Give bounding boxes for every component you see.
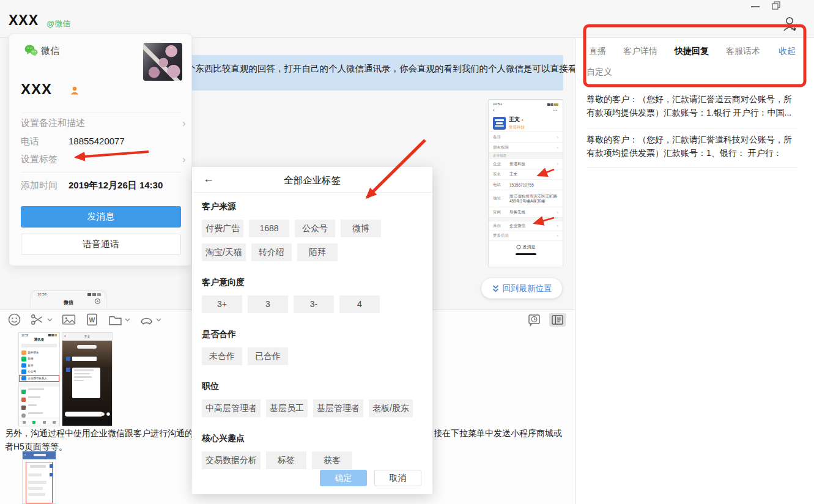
contact-profile-card: 微信 XXX 设置备注和描述 › 电话 18855420077 设置标签 › 添… [9, 34, 192, 266]
avatar[interactable] [143, 43, 182, 81]
chevron-right-icon: › [557, 135, 558, 140]
input-toolbar: W [7, 313, 161, 327]
add-icon: + [95, 298, 100, 304]
svg-text:W: W [89, 317, 95, 324]
group-chat-icon [21, 357, 26, 361]
tag-chip[interactable]: 微博 [341, 220, 381, 237]
row-label: 电话 [493, 182, 509, 188]
set-tag-row[interactable]: 设置标签 [21, 154, 57, 165]
quick-reply-item[interactable]: 尊敬的客户：（您好，汇款请汇誉道云商对公账号，所有款项均提供发票）汇款账号：1.… [586, 92, 798, 119]
side-panel-toggle-icon[interactable] [549, 313, 566, 327]
phone-tab-bar [19, 418, 59, 426]
right-side-panel: 直播 客户详情 快捷回复 客服话术 收起 自定义 尊敬的客户：（您好，汇款请汇誉… [575, 38, 814, 504]
tag-chip[interactable]: 4 [339, 295, 380, 313]
pasted-contacts-screenshot[interactable]: 10:58 通讯录 新的朋友 群聊 标签 公众号 企业微信联系人 [18, 332, 60, 426]
new-friends-icon [21, 350, 26, 355]
preview-title: 王文 [62, 333, 112, 338]
tag-chip[interactable]: 老板/股东 [369, 399, 413, 417]
tag-chip[interactable]: 获客 [312, 451, 352, 469]
divider [586, 128, 798, 128]
tag-chip[interactable]: 已合作 [248, 347, 288, 365]
tag-chip[interactable]: 3 [248, 295, 288, 313]
pasted-chat-screenshot[interactable]: ‹王文 [62, 332, 113, 426]
add-person-icon[interactable] [782, 15, 799, 35]
send-message-button[interactable]: 发消息 [21, 206, 181, 228]
input-bar [65, 412, 103, 417]
confirm-button[interactable]: 确定 [320, 470, 367, 486]
tag-chip[interactable]: 转介绍 [251, 243, 292, 261]
chats-tab-icon [23, 421, 26, 424]
phone-label: 电话 [21, 136, 39, 147]
send-message-label: 发消息 [523, 244, 536, 250]
tag-chip[interactable]: 1688 [249, 220, 289, 237]
tab-quick-reply[interactable]: 快捷回复 [675, 46, 709, 57]
discover-tab-icon [43, 421, 46, 424]
company-logo [493, 117, 506, 130]
screenshot-icon[interactable] [30, 313, 53, 327]
section-label: 是否合作 [202, 329, 423, 340]
back-icon: ‹ [24, 453, 26, 457]
preview-title: 通讯录 [19, 338, 59, 342]
tag-chip[interactable]: 标签 [266, 451, 306, 469]
tag-chip[interactable]: 交易数据分析 [202, 451, 261, 469]
folder-icon[interactable] [108, 313, 130, 327]
phone-screenshot-contact-detail[interactable]: 10:51 ‹⋯ 王文 ● 誉道科技 备注› 朋友权限› 企业信息 企业誉道科技… [488, 99, 563, 267]
emoji-icon[interactable] [7, 313, 21, 327]
added-time-value: 2019年12月26日 14:30 [68, 180, 163, 191]
quick-reply-item[interactable]: 尊敬的客户：（您好，汇款请汇誉道科技对公账号，所有款项均提供发票）汇款账号：1、… [586, 133, 798, 160]
tab-service-script[interactable]: 客服话术 [726, 46, 760, 57]
tag-chip[interactable]: 3- [294, 295, 334, 313]
divider [21, 172, 181, 172]
chevron-right-icon: › [557, 223, 558, 229]
tag-chip[interactable]: 付费广告 [202, 220, 243, 237]
message-text: 个东西比较直观的回答，打开自己的个人微信通讯录，你会直观的看到我们的个人微信是可… [187, 63, 577, 75]
tab-live[interactable]: 直播 [589, 46, 606, 57]
contacts-tab-icon [32, 421, 35, 424]
tag-chip[interactable]: 淘宝/天猫 [202, 243, 246, 261]
chevron-down-icon [156, 318, 161, 322]
voice-call-button[interactable]: 语音通话 [21, 234, 181, 255]
me-tab-icon [53, 421, 56, 424]
tab-custom[interactable]: 自定义 [586, 67, 612, 78]
tag-chip[interactable]: 公众号 [295, 220, 335, 237]
wecom-contacts-item-highlighted: 企业微信联系人 [19, 375, 59, 382]
preview-time: 10:58 [21, 334, 28, 337]
input-text-line1: 另外，沟通过程中使用企业微信跟客户进行沟通的 [5, 428, 193, 439]
chevron-right-icon: › [557, 161, 558, 167]
tag-chip[interactable]: 陌拜 [297, 243, 338, 261]
chevron-right-icon: › [557, 210, 558, 215]
collapse-link[interactable]: 收起 [779, 46, 796, 57]
row-label: 更多信息 [493, 233, 557, 239]
section-label: 核心兴趣点 [202, 433, 423, 444]
row-label: 来自 [493, 223, 509, 229]
voice-call-icon[interactable] [139, 313, 161, 327]
tag-chip[interactable]: 中高层管理者 [202, 399, 261, 417]
search-bar [21, 344, 57, 347]
tag-chip[interactable]: 基层员工 [266, 399, 308, 417]
back-to-latest-button[interactable]: 回到最新位置 [481, 278, 562, 298]
wecom-contacts-icon [21, 376, 26, 381]
panel-tabs: 直播 客户详情 快捷回复 客服话术 收起 [589, 46, 796, 57]
tag-chip[interactable]: 基层管理者 [313, 399, 363, 417]
cancel-button[interactable]: 取消 [374, 470, 421, 486]
tag-chip[interactable]: 3+ [202, 295, 242, 313]
double-chevron-down-icon [492, 284, 500, 293]
tab-customer-detail[interactable]: 客户详情 [623, 46, 657, 57]
modal-title: 全部企业标签 [192, 174, 432, 187]
row-label: 实名 [493, 172, 509, 177]
minimize-icon[interactable] [751, 6, 760, 7]
chat-title-badge: @微信 [46, 18, 70, 29]
status-icons [87, 293, 101, 296]
partial-phone-screenshot[interactable]: 10:58 微信 + [31, 290, 106, 309]
message-label [72, 357, 97, 361]
home-indicator [516, 253, 536, 255]
more-icon: ⋯ [552, 107, 558, 113]
image-icon[interactable] [61, 313, 76, 327]
tag-chip[interactable]: 未合作 [202, 347, 242, 365]
remark-row[interactable]: 设置备注和描述 [21, 117, 85, 129]
restore-icon[interactable] [772, 1, 781, 13]
word-doc-icon[interactable]: W [85, 313, 99, 327]
official-accounts-icon [21, 369, 26, 374]
pasted-bottom-screenshot[interactable]: ‹ [22, 451, 56, 504]
chat-history-icon[interactable] [527, 313, 542, 327]
